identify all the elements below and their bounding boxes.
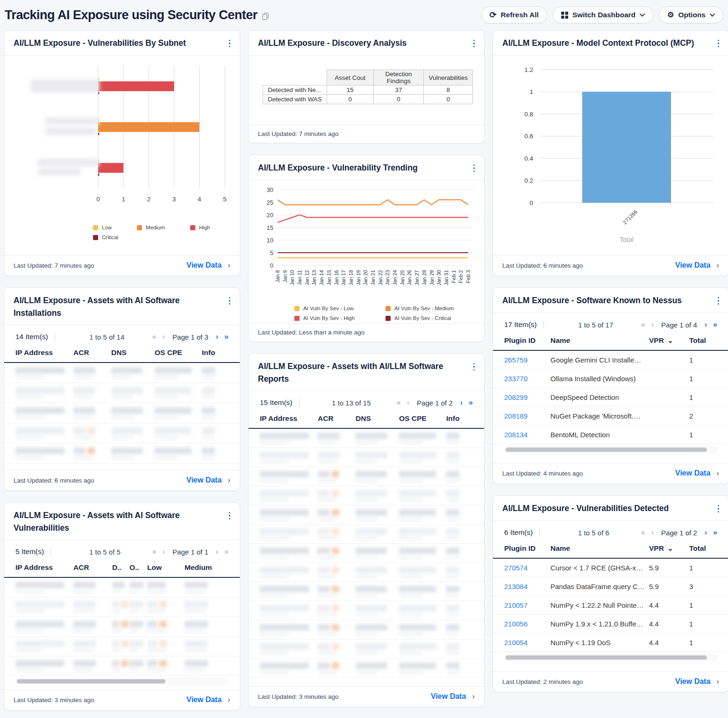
pagination-first-icon[interactable]: « (641, 321, 645, 328)
column-header[interactable]: IP Address (15, 348, 73, 357)
column-header[interactable]: ACR (73, 348, 111, 357)
kebab-menu-icon[interactable] (228, 294, 232, 307)
column-header[interactable]: VPR⌄ (649, 544, 689, 553)
trending-legend: AI Vuln By Sev - LowAI Vuln By Sev - Med… (294, 306, 484, 321)
pagination-row: 6 Item(s) 1 to 5 of 6 « ‹ Page 1 of 2 › … (493, 521, 728, 540)
legend-item[interactable]: AI Vuln By Sev - High (294, 315, 385, 321)
pagination-prev-icon[interactable]: ‹ (163, 333, 165, 341)
pagination-first-icon[interactable]: « (641, 529, 645, 536)
pagination-last-icon[interactable]: » (224, 333, 228, 341)
pagination-next-icon[interactable]: › (460, 399, 463, 406)
column-header[interactable]: ACR (73, 563, 112, 572)
pagination-next-icon[interactable]: › (216, 548, 218, 555)
column-header[interactable]: Total (689, 336, 717, 345)
redacted-cell (155, 427, 192, 434)
plugin-id-link[interactable]: 265759 (504, 356, 550, 364)
redacted-cell (446, 547, 459, 554)
legend-item[interactable]: Low (93, 225, 112, 230)
options-button[interactable]: ⚙ Options (659, 7, 723, 23)
legend-item[interactable]: AI Vuln By Sev - Critical (385, 315, 477, 321)
pagination-last-icon[interactable]: » (469, 399, 473, 406)
view-data-link[interactable]: View Data› (675, 469, 719, 478)
column-header[interactable]: Info (446, 414, 472, 423)
plugin-id-link[interactable]: 208134 (504, 431, 550, 439)
redacted-cell (112, 582, 125, 588)
kebab-menu-icon[interactable] (472, 360, 476, 373)
kebab-menu-icon[interactable] (717, 502, 721, 515)
plugin-id-link[interactable]: 233770 (504, 375, 550, 383)
legend-item[interactable]: Critical (93, 235, 118, 240)
scrollbar-thumb[interactable] (17, 679, 165, 683)
plugin-id-link[interactable]: 213084 (504, 583, 550, 590)
column-header[interactable]: ACR (318, 414, 356, 423)
view-data-link[interactable]: View Data› (186, 695, 230, 704)
legend-item[interactable]: AI Vuln By Sev - Medium (385, 306, 477, 311)
pagination-prev-icon[interactable]: ‹ (651, 321, 654, 328)
column-header[interactable]: DNS (111, 348, 155, 357)
kebab-menu-icon[interactable] (717, 37, 721, 50)
pagination-prev-icon[interactable]: ‹ (163, 548, 165, 555)
svg-text:0: 0 (270, 262, 273, 269)
switch-dashboard-button[interactable]: Switch Dashboard (553, 7, 653, 23)
items-count: 5 Item(s) (15, 547, 44, 556)
redacted-table-row (249, 620, 484, 640)
kebab-menu-icon[interactable] (472, 162, 476, 175)
column-header[interactable]: Name (550, 544, 649, 553)
svg-text:0.6: 0.6 (524, 133, 533, 140)
column-header[interactable]: Plugin ID (504, 336, 550, 345)
redacted-cell (185, 660, 208, 667)
scrollbar-thumb[interactable] (506, 448, 707, 452)
kebab-menu-icon[interactable] (228, 37, 232, 50)
view-data-link[interactable]: View Data› (431, 692, 475, 701)
gear-icon: ⚙ (667, 11, 674, 19)
plugin-id-link[interactable]: 210057 (504, 601, 550, 609)
pagination-next-icon[interactable]: › (705, 321, 707, 328)
pagination-last-icon[interactable]: » (713, 321, 717, 328)
column-header[interactable]: IP Address (15, 563, 73, 572)
view-data-link[interactable]: View Data› (675, 261, 719, 270)
plugin-id-link[interactable]: 210056 (504, 620, 550, 628)
legend-item[interactable]: High (190, 225, 210, 230)
legend-item[interactable]: AI Vuln By Sev - Low (294, 306, 385, 311)
kebab-menu-icon[interactable] (228, 509, 232, 522)
column-header[interactable]: OS CPE (399, 414, 446, 423)
column-header[interactable]: D.. (112, 563, 129, 572)
column-header[interactable]: Name (550, 336, 649, 345)
column-header[interactable]: Plugin ID (504, 544, 550, 553)
kebab-menu-icon[interactable] (472, 37, 476, 50)
scrollbar-thumb[interactable] (506, 655, 707, 660)
plugin-id-link[interactable]: 208189 (504, 412, 550, 420)
refresh-all-button[interactable]: ⟳ Refresh All (481, 7, 547, 23)
redacted-cell (446, 509, 459, 516)
column-header[interactable]: Medium (185, 563, 227, 572)
column-header[interactable]: O.. (129, 563, 147, 572)
view-data-link[interactable]: View Data› (186, 476, 230, 485)
column-header[interactable]: OS CPE (155, 348, 202, 357)
column-header[interactable]: Info (202, 348, 228, 357)
pagination-first-icon[interactable]: « (152, 548, 157, 555)
plugin-id-link[interactable]: 210054 (504, 639, 550, 647)
pagination-first-icon[interactable]: « (152, 333, 157, 341)
column-header[interactable]: VPR⌄ (649, 336, 689, 345)
pagination-last-icon[interactable]: » (224, 548, 228, 555)
pagination-last-icon[interactable]: » (713, 529, 717, 536)
pagination-next-icon[interactable]: › (216, 333, 218, 341)
last-updated: Last Updated: 2 minutes ago (502, 678, 583, 685)
view-data-link[interactable]: View Data› (675, 677, 719, 686)
table-row: 210057NumPy < 1.22.2 Null Pointe…4.41 (493, 596, 728, 615)
column-header[interactable]: DNS (356, 414, 399, 423)
pagination-next-icon[interactable]: › (705, 529, 707, 536)
copy-icon[interactable] (262, 9, 269, 23)
pagination-first-icon[interactable]: « (397, 399, 401, 406)
column-header[interactable]: Low (147, 563, 185, 572)
pagination-prev-icon[interactable]: ‹ (651, 529, 654, 536)
plugin-id-link[interactable]: 270574 (504, 564, 550, 572)
column-header[interactable]: Total (689, 544, 717, 553)
plugin-id-link[interactable]: 208299 (504, 393, 550, 401)
column-header[interactable]: IP Address (260, 414, 318, 423)
legend-item[interactable]: Medium (137, 225, 165, 230)
kebab-menu-icon[interactable] (717, 294, 721, 307)
pagination-prev-icon[interactable]: ‹ (407, 399, 409, 406)
svg-text:Jan 26: Jan 26 (407, 270, 412, 285)
view-data-link[interactable]: View Data› (186, 261, 230, 270)
